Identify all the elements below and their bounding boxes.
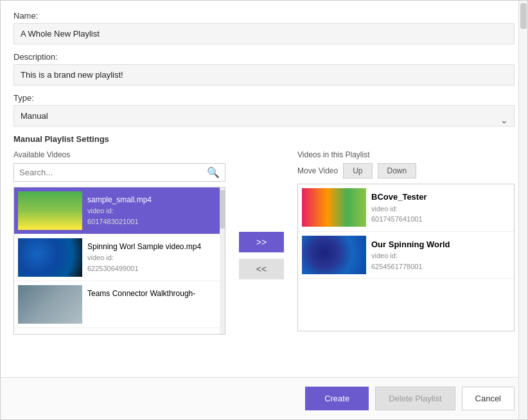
search-box: 🔍 [13, 163, 225, 182]
create-button[interactable]: Create [305, 387, 369, 410]
video-thumbnail [18, 191, 82, 230]
video-id-value: 6017483021001 [87, 216, 152, 227]
available-videos-label: Available Videos [13, 150, 225, 159]
video-thumbnail [18, 285, 82, 324]
video-panel: Available Videos 🔍 sample_small.mp4 vide… [13, 150, 515, 335]
video-thumbnail [302, 236, 366, 274]
name-input[interactable] [13, 23, 515, 44]
video-id-value: 6225306499001 [87, 263, 201, 274]
available-videos-panel: Available Videos 🔍 sample_small.mp4 vide… [13, 150, 225, 335]
description-field-group: Description: [13, 52, 515, 93]
video-id-label: video id: [371, 204, 427, 214]
transfer-buttons: >> << [236, 150, 287, 335]
remove-from-playlist-button[interactable]: << [239, 259, 284, 279]
video-name: Our Spinning World [371, 238, 450, 251]
list-item[interactable]: Teams Connector Walkthrough- [14, 281, 225, 328]
thumbnail-image [18, 238, 82, 277]
modal-scrollbar [518, 1, 527, 419]
move-up-button[interactable]: Up [343, 163, 372, 179]
list-item[interactable]: sample_small.mp4 video id: 6017483021001 [14, 188, 225, 234]
search-icon[interactable]: 🔍 [207, 166, 220, 179]
video-id-value: 6254561778001 [371, 261, 450, 272]
scroll-thumb [520, 3, 527, 29]
video-id-label: video id: [371, 250, 450, 261]
thumbnail-image [18, 285, 82, 324]
delete-playlist-button[interactable]: Delete Playlist [375, 387, 455, 410]
playlist-panel-title: Videos in this Playlist [297, 150, 515, 159]
type-select[interactable]: Manual Smart [13, 105, 515, 127]
thumbnail-image [18, 191, 82, 230]
list-item[interactable]: BCove_Tester video id: 6017457641001 [298, 184, 514, 232]
modal-container: Name: Description: Type: Manual Smart ⌄ … [0, 0, 528, 420]
list-item[interactable]: Our Spinning World video id: 62545617780… [298, 232, 514, 279]
playlist-video-list[interactable]: BCove_Tester video id: 6017457641001 Our… [297, 184, 515, 331]
list-item[interactable]: Spinning Worl Sample video.mp4 video id:… [14, 234, 225, 281]
type-select-wrapper: Manual Smart ⌄ [13, 105, 515, 134]
modal-footer: Create Delete Playlist Cancel [1, 377, 527, 419]
video-id-value: 6017457641001 [371, 214, 427, 225]
playlist-panel: Videos in this Playlist Move Video Up Do… [297, 150, 515, 335]
move-video-label: Move Video [297, 166, 338, 175]
available-video-list[interactable]: sample_small.mp4 video id: 6017483021001… [13, 187, 225, 335]
search-input[interactable] [19, 168, 207, 177]
video-name: Spinning Worl Sample video.mp4 [87, 241, 201, 252]
type-field-group: Type: Manual Smart ⌄ [13, 93, 515, 134]
type-label: Type: [13, 93, 515, 103]
video-name: sample_small.mp4 [87, 194, 152, 206]
video-info: Our Spinning World video id: 62545617780… [366, 236, 455, 275]
description-label: Description: [13, 52, 515, 62]
video-name: BCove_Tester [371, 191, 427, 204]
thumbnail-image [302, 236, 366, 274]
name-label: Name: [13, 11, 515, 21]
add-to-playlist-button[interactable]: >> [239, 232, 284, 252]
name-field-group: Name: [13, 11, 515, 52]
video-id-label: video id: [87, 206, 152, 216]
modal-body: Name: Description: Type: Manual Smart ⌄ … [1, 1, 527, 377]
thumbnail-image [302, 188, 366, 227]
video-info: Teams Connector Walkthrough- [82, 285, 200, 324]
video-thumbnail [18, 238, 82, 277]
video-thumbnail [302, 188, 366, 227]
video-info: BCove_Tester video id: 6017457641001 [366, 188, 432, 227]
video-info: sample_small.mp4 video id: 6017483021001 [82, 191, 157, 230]
move-down-button[interactable]: Down [378, 163, 417, 179]
video-name: Teams Connector Walkthrough- [87, 288, 195, 299]
scroll-thumb [220, 190, 225, 229]
video-id-label: video id: [87, 252, 201, 263]
cancel-button[interactable]: Cancel [462, 387, 515, 410]
move-video-controls: Move Video Up Down [297, 163, 515, 179]
video-info: Spinning Worl Sample video.mp4 video id:… [82, 238, 206, 277]
description-input[interactable] [13, 64, 515, 85]
list-scrollbar [220, 188, 225, 334]
manual-playlist-settings-title: Manual Playlist Settings [13, 134, 515, 144]
